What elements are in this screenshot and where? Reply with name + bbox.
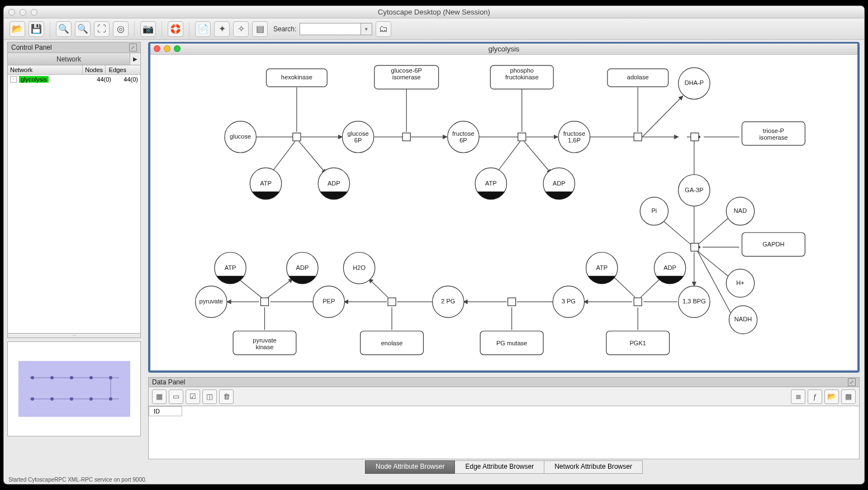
netview-minimize-icon[interactable] [164, 45, 170, 52]
svg-text:NADH: NADH [734, 316, 752, 322]
panel-splitter[interactable]: ⋯ [7, 334, 141, 338]
close-window-icon[interactable] [8, 9, 15, 16]
settings-button[interactable]: ▤ [252, 21, 268, 37]
svg-line-30 [496, 141, 520, 173]
titlebar: Cytoscape Desktop (New Session) [4, 6, 864, 18]
network-col-name[interactable]: Network [8, 65, 83, 74]
netview-zoom-icon[interactable] [174, 45, 181, 52]
import-button[interactable]: 📄 [195, 21, 211, 37]
zoom-selected-button[interactable]: ◎ [113, 21, 129, 37]
svg-text:ADP: ADP [328, 180, 340, 187]
svg-point-3 [31, 376, 34, 379]
svg-rect-86 [634, 133, 642, 141]
svg-point-8 [31, 397, 34, 401]
attribute-table[interactable]: ID [148, 406, 860, 459]
maximize-icon[interactable]: ⤢ [129, 44, 137, 51]
new-attribute-button[interactable]: ▭ [169, 389, 183, 404]
svg-text:2 PG: 2 PG [441, 298, 455, 305]
app-window: Cytoscape Desktop (New Session) 📂 💾 🔍 🔍 … [4, 6, 864, 484]
delete-attribute-button[interactable]: 🗑 [219, 389, 234, 404]
snapshot-button[interactable]: 📷 [140, 21, 156, 37]
open-file-button[interactable]: 📂 [10, 21, 25, 37]
save-button[interactable]: 💾 [29, 21, 44, 37]
birds-eye-view[interactable] [7, 341, 141, 436]
svg-rect-91 [388, 298, 396, 306]
search-config-button[interactable]: 🗂 [376, 21, 391, 37]
tab-node-attribute-browser[interactable]: Node Attribute Browser [365, 460, 455, 474]
layout-button-1[interactable]: ✦ [214, 21, 230, 37]
list-view-button[interactable]: ≣ [791, 389, 805, 404]
svg-text:1,3 BPG: 1,3 BPG [682, 298, 706, 305]
svg-text:H+: H+ [736, 279, 744, 286]
heatmap-button[interactable]: ▩ [841, 389, 856, 404]
attribute-col-id[interactable]: ID [149, 406, 182, 416]
zoom-window-icon[interactable] [31, 9, 37, 16]
network-row-edges: 44(0) [113, 76, 138, 83]
svg-line-42 [698, 251, 728, 276]
svg-line-27 [642, 96, 683, 137]
search-dropdown[interactable]: ▾ [361, 23, 372, 35]
import-attr-button[interactable]: 📂 [824, 389, 839, 404]
svg-text:GA-3P: GA-3P [685, 187, 703, 193]
svg-text:GAPDH: GAPDH [762, 241, 784, 248]
function-button[interactable]: ƒ [808, 389, 822, 404]
svg-text:NAD: NAD [734, 207, 747, 214]
tab-scroll-right[interactable]: ▶ [130, 53, 140, 65]
network-row[interactable]: ▫ glycolysis 44(0) 44(0) [8, 75, 140, 84]
svg-text:ATP: ATP [225, 264, 236, 271]
svg-line-31 [524, 141, 551, 173]
select-attributes-button[interactable]: ☑ [186, 389, 200, 404]
network-view: glycolysis [148, 42, 860, 373]
svg-text:pyruvatekinase: pyruvatekinase [253, 337, 276, 350]
netview-close-icon[interactable] [154, 45, 160, 52]
svg-text:triose-Pisomerase: triose-Pisomerase [759, 127, 788, 141]
svg-point-12 [109, 397, 112, 401]
svg-text:ADP: ADP [296, 264, 309, 271]
svg-rect-87 [691, 133, 699, 141]
svg-point-10 [70, 397, 73, 401]
svg-point-11 [89, 397, 93, 401]
control-panel: Control Panel ⤢ Network ▶ Network Nodes … [7, 42, 141, 436]
zoom-out-button[interactable]: 🔍 [56, 21, 72, 37]
svg-line-39 [660, 218, 691, 245]
netview-traffic [154, 45, 181, 52]
svg-text:PGK1: PGK1 [629, 340, 646, 346]
svg-text:ADP: ADP [553, 180, 566, 187]
data-panel-toolbar: ▦ ▭ ☑ ◫ 🗑 ≣ ƒ 📂 ▩ [148, 387, 860, 406]
svg-rect-90 [508, 298, 516, 306]
svg-point-5 [70, 376, 73, 379]
search-label: Search: [273, 25, 296, 33]
window-title: Cytoscape Desktop (New Session) [4, 8, 864, 16]
network-canvas[interactable]: hexokinase glucose-6Pisomerase phosphofr… [150, 55, 857, 370]
layout-button-2[interactable]: ✧ [233, 21, 249, 37]
svg-text:glucose-6Pisomerase: glucose-6Pisomerase [391, 67, 422, 80]
help-button[interactable]: 🛟 [168, 21, 183, 37]
svg-text:PG mutase: PG mutase [496, 340, 527, 346]
main-toolbar: 📂 💾 🔍 🔍 ⛶ ◎ 📷 🛟 📄 ✦ ✧ ▤ Search: ▾ 🗂 [4, 18, 864, 40]
svg-rect-89 [634, 298, 642, 306]
select-all-button[interactable]: ▦ [152, 389, 167, 404]
network-col-nodes[interactable]: Nodes [83, 65, 106, 74]
network-col-edges[interactable]: Edges [106, 65, 129, 74]
svg-text:3 PG: 3 PG [562, 298, 576, 305]
svg-text:ADP: ADP [663, 264, 676, 271]
svg-rect-85 [518, 133, 526, 141]
svg-line-28 [271, 141, 295, 173]
svg-text:ATP: ATP [485, 180, 497, 187]
tab-network[interactable]: Network [8, 53, 130, 65]
svg-text:ATP: ATP [596, 264, 608, 271]
tab-network-attribute-browser[interactable]: Network Attribute Browser [544, 460, 643, 474]
control-panel-title: Control Panel [11, 44, 52, 51]
network-table: Network Nodes Edges ▫ glycolysis 44(0) 4… [7, 65, 141, 334]
tab-edge-attribute-browser[interactable]: Edge Attribute Browser [455, 460, 544, 474]
svg-text:PEP: PEP [322, 298, 335, 305]
svg-rect-83 [293, 133, 301, 141]
zoom-fit-button[interactable]: ⛶ [94, 21, 110, 37]
minimize-window-icon[interactable] [20, 9, 26, 16]
data-panel-tabs: Node Attribute Browser Edge Attribute Br… [148, 460, 860, 474]
network-row-name: glycolysis [19, 76, 49, 83]
column-button[interactable]: ◫ [202, 389, 217, 404]
data-panel-max-icon[interactable]: ⤢ [848, 378, 856, 386]
search-input[interactable] [300, 23, 361, 35]
zoom-in-button[interactable]: 🔍 [75, 21, 91, 37]
